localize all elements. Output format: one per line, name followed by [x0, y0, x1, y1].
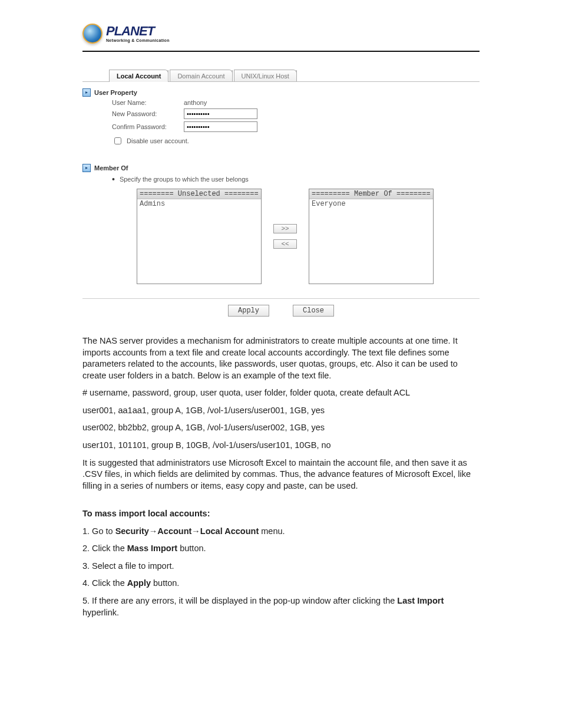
- apply-button[interactable]: Apply: [228, 305, 269, 317]
- section-toggle-icon[interactable]: [82, 88, 91, 97]
- doc-paragraph: It is suggested that administrators use …: [82, 457, 480, 492]
- disable-account-label: Disable user account.: [127, 137, 189, 144]
- header-divider: [82, 51, 480, 52]
- member-of-heading: Member Of: [94, 164, 128, 172]
- tab-domain-account[interactable]: Domain Account: [170, 70, 232, 82]
- doc-step: 3. Select a file to import.: [82, 561, 480, 572]
- tab-unix-linux-host[interactable]: UNIX/Linux Host: [234, 70, 297, 82]
- confirm-password-input[interactable]: [184, 121, 257, 132]
- disable-account-checkbox[interactable]: [114, 137, 121, 144]
- doc-paragraph: user001, aa1aa1, group A, 1GB, /vol-1/us…: [82, 405, 480, 417]
- tab-local-account[interactable]: Local Account: [109, 70, 168, 82]
- list-item[interactable]: Admins: [137, 199, 261, 209]
- doc-step: 1. Go to Security→Account→Local Account …: [82, 526, 480, 538]
- doc-paragraph: user101, 101101, group B, 10GB, /vol-1/u…: [82, 440, 480, 452]
- doc-paragraph: The NAS server provides a mechanism for …: [82, 335, 480, 381]
- section-toggle-icon[interactable]: [82, 164, 91, 172]
- doc-step: 2. Click the Mass Import button.: [82, 543, 480, 555]
- logo-brand: PLANET: [106, 25, 170, 38]
- list-item[interactable]: Everyone: [309, 199, 433, 209]
- form-divider: [82, 298, 480, 299]
- close-button[interactable]: Close: [293, 305, 334, 317]
- username-label: User Name:: [112, 99, 177, 106]
- logo-tagline: Networking & Communication: [106, 38, 170, 42]
- new-password-input[interactable]: [184, 108, 257, 119]
- unselected-header: ======== Unselected ========: [137, 189, 261, 199]
- member-of-specify: Specify the groups to which the user bel…: [120, 176, 249, 183]
- doc-step: 5. If there are any errors, it will be d…: [82, 595, 480, 618]
- new-password-label: New Password:: [112, 110, 177, 117]
- member-listbox[interactable]: ========= Member Of ======== Everyone: [309, 189, 434, 284]
- unselected-listbox[interactable]: ======== Unselected ======== Admins: [137, 189, 262, 284]
- doc-paragraph: user002, bb2bb2, group A, 1GB, /vol-1/us…: [82, 422, 480, 434]
- doc-step: 4. Click the Apply button.: [82, 578, 480, 589]
- account-tabs: Local Account Domain Account UNIX/Linux …: [109, 70, 480, 82]
- doc-paragraph: # username, password, group, user quota,…: [82, 387, 480, 399]
- confirm-password-label: Confirm Password:: [112, 123, 177, 130]
- globe-icon: [82, 24, 103, 44]
- doc-heading: To mass import local accounts:: [82, 508, 480, 520]
- add-to-member-button[interactable]: >>: [273, 224, 297, 233]
- remove-from-member-button[interactable]: <<: [273, 239, 297, 249]
- username-value: anthony: [184, 99, 207, 106]
- member-header: ========= Member Of ========: [309, 189, 433, 199]
- user-property-heading: User Property: [94, 89, 137, 96]
- logo: PLANET Networking & Communication: [82, 24, 527, 44]
